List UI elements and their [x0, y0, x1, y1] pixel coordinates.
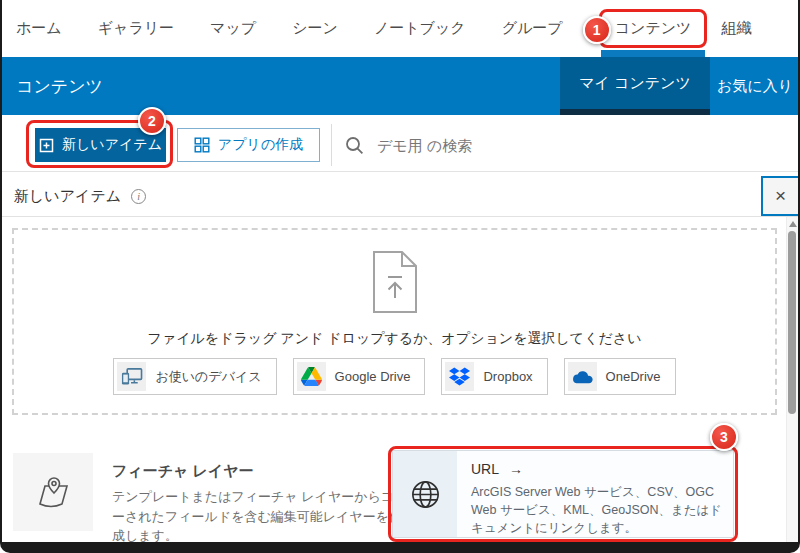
google-drive-button[interactable]: Google Drive [293, 358, 426, 395]
url-description: ArcGIS Server Web サービス、CSV、OGC Web サービス、… [471, 483, 723, 537]
dialog-header-separator [0, 216, 800, 217]
nav-item-groups[interactable]: グループ [502, 19, 563, 38]
toolbar-divider [331, 124, 332, 166]
step1-badge: 1 [583, 16, 611, 44]
arrow-right-icon: → [509, 461, 523, 477]
globe-icon [393, 451, 457, 537]
dialog-scrollbar-thumb[interactable] [788, 231, 796, 414]
dialog-title: 新しいアイテム [14, 187, 121, 206]
url-text: URL → ArcGIS Server Web サービス、CSV、OGC Web… [457, 451, 733, 537]
nav-item-scene[interactable]: シーン [292, 19, 338, 38]
panel-separator [0, 171, 800, 172]
close-icon: × [775, 185, 786, 207]
onedrive-label: OneDrive [606, 369, 661, 384]
device-icon [117, 362, 146, 391]
feature-layer-title: フィーチャ レイヤー [112, 453, 412, 481]
file-dropzone[interactable]: ファイルをドラッグ アンド ドロップするか、オプションを選択してください お使い… [12, 228, 777, 415]
info-icon[interactable]: i [131, 189, 146, 204]
scrollbar-up-arrow-icon[interactable] [789, 221, 797, 227]
feature-layer-option[interactable]: フィーチャ レイヤー テンプレートまたはフィーチャ レイヤーからコピーされたフィ… [13, 453, 385, 546]
url-title-row: URL → [471, 461, 723, 477]
google-drive-label: Google Drive [335, 369, 411, 384]
nav-item-notebook[interactable]: ノートブック [374, 19, 466, 38]
nav-item-home[interactable]: ホーム [16, 19, 62, 38]
file-upload-icon [372, 250, 418, 314]
nav-item-contents[interactable]: コンテンツ 1 [599, 9, 708, 48]
search-icon [345, 136, 364, 155]
search-box [345, 130, 637, 160]
dropbox-icon [445, 362, 474, 391]
step3-badge: 3 [710, 423, 738, 451]
your-device-label: お使いのデバイス [155, 368, 261, 386]
dropbox-button[interactable]: Dropbox [441, 358, 547, 395]
feature-layer-text: フィーチャ レイヤー テンプレートまたはフィーチャ レイヤーからコピーされたフィ… [112, 453, 412, 546]
dropzone-instruction: ファイルをドラッグ アンド ドロップするか、オプションを選択してください [14, 330, 775, 348]
tab-my-content[interactable]: マイ コンテンツ [560, 57, 710, 115]
dialog-title-row: 新しいアイテム i [14, 187, 146, 206]
feature-layer-icon [13, 453, 93, 531]
page-title: コンテンツ [16, 57, 103, 115]
create-app-button[interactable]: アプリの作成 [177, 128, 320, 162]
app-grid-icon [194, 137, 210, 153]
content-header-bar: コンテンツ マイ コンテンツ お気に入り [0, 57, 800, 115]
nav-item-contents-label: コンテンツ [615, 19, 692, 36]
plus-square-icon [39, 138, 54, 153]
onedrive-icon [568, 362, 597, 391]
dropbox-label: Dropbox [483, 369, 532, 384]
dialog-close-button[interactable]: × [761, 176, 800, 216]
your-device-button[interactable]: お使いのデバイス [113, 358, 276, 395]
nav-item-map[interactable]: マップ [210, 19, 256, 38]
nav-item-organization[interactable]: 組織 [721, 19, 751, 38]
create-app-label: アプリの作成 [218, 136, 303, 154]
top-nav: ホーム ギャラリー マップ シーン ノートブック グループ コンテンツ 1 組織 [0, 0, 800, 57]
url-title: URL [471, 461, 499, 477]
search-input[interactable] [377, 137, 637, 154]
new-item-label: 新しいアイテム [62, 136, 162, 154]
onedrive-button[interactable]: OneDrive [564, 358, 676, 395]
arcgis-content-page: ホーム ギャラリー マップ シーン ノートブック グループ コンテンツ 1 組織… [0, 0, 800, 553]
upload-source-buttons: お使いのデバイス Google Drive [14, 358, 775, 395]
url-option[interactable]: URL → ArcGIS Server Web サービス、CSV、OGC Web… [392, 450, 734, 538]
tab-favorites[interactable]: お気に入り [710, 57, 800, 115]
step2-badge: 2 [138, 107, 166, 135]
nav-item-gallery[interactable]: ギャラリー [98, 19, 174, 38]
google-drive-icon [297, 362, 326, 391]
feature-layer-description: テンプレートまたはフィーチャ レイヤーからコピーされたフィールドを含む編集可能レ… [112, 487, 412, 546]
